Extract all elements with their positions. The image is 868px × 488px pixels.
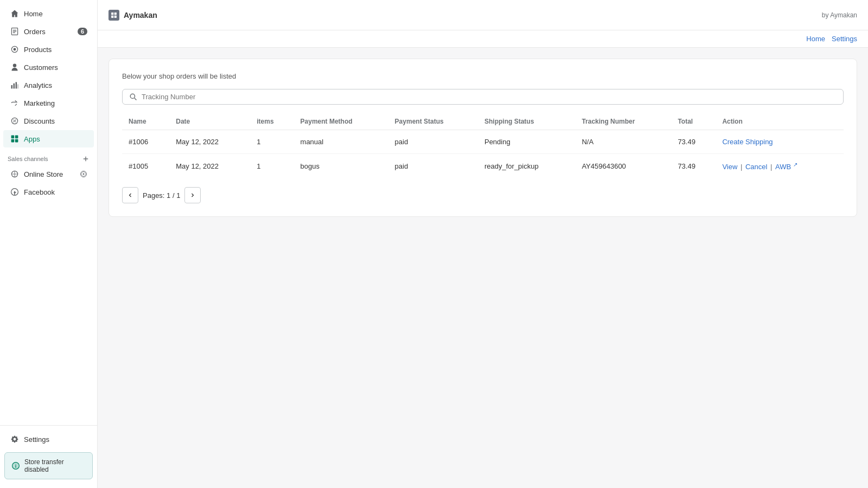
sidebar: Home Orders 6 Products Customers A: [0, 0, 98, 488]
sidebar-item-customers[interactable]: Customers: [3, 59, 94, 76]
brand: Aymakan: [108, 10, 157, 21]
awb-link[interactable]: AWB ↗: [775, 163, 797, 171]
cancel-link[interactable]: Cancel: [745, 163, 767, 171]
sales-channels-label: Sales channels: [8, 156, 48, 162]
orders-card: Below your shop orders will be listed Na…: [108, 59, 857, 217]
sidebar-item-label: Home: [24, 10, 87, 18]
svg-point-12: [14, 120, 15, 121]
next-page-button[interactable]: [184, 187, 201, 203]
col-action: Action: [716, 113, 844, 130]
table-row: #1006 May 12, 2022 1 manual paid Pending…: [122, 130, 844, 154]
order-action: Create Shipping: [716, 130, 844, 154]
svg-rect-14: [11, 136, 15, 139]
order-name: #1006: [122, 130, 169, 154]
order-payment-status: paid: [388, 130, 478, 154]
svg-rect-23: [111, 12, 113, 15]
sidebar-item-label: Settings: [24, 435, 87, 444]
prev-page-button[interactable]: [122, 187, 138, 203]
order-date: May 12, 2022: [169, 130, 250, 154]
order-name: #1005: [122, 154, 169, 179]
sidebar-item-settings[interactable]: Settings: [3, 431, 94, 448]
svg-rect-24: [114, 12, 117, 15]
svg-point-19: [83, 174, 85, 175]
svg-point-13: [15, 121, 16, 123]
svg-rect-25: [111, 15, 113, 17]
col-payment-status: Payment Status: [388, 113, 478, 130]
col-tracking-number: Tracking Number: [575, 113, 671, 130]
svg-rect-9: [18, 84, 18, 88]
order-payment-method: manual: [294, 130, 388, 154]
products-icon: [10, 44, 20, 54]
store-transfer-notice: Store transfer disabled: [4, 452, 93, 479]
action-separator: |: [770, 163, 774, 171]
sidebar-item-marketing[interactable]: Marketing: [3, 94, 94, 112]
orders-badge: 6: [78, 28, 87, 35]
order-payment-status: paid: [388, 154, 478, 179]
svg-rect-6: [11, 85, 12, 88]
orders-icon: [10, 27, 20, 36]
col-date: Date: [169, 113, 250, 130]
order-payment-method: bogus: [294, 154, 388, 179]
sidebar-item-analytics[interactable]: Analytics: [3, 76, 94, 94]
order-action: View | Cancel | AWB ↗: [716, 154, 844, 179]
view-link[interactable]: View: [722, 163, 737, 171]
col-name: Name: [122, 113, 169, 130]
table-row: #1005 May 12, 2022 1 bogus paid ready_fo…: [122, 154, 844, 179]
brand-icon: [108, 10, 119, 21]
store-transfer-label: Store transfer disabled: [24, 458, 86, 473]
svg-point-27: [130, 94, 135, 98]
facebook-icon: [10, 187, 20, 197]
sales-channels-section: Sales channels: [0, 151, 97, 165]
order-items: 1: [250, 154, 293, 179]
sidebar-nav: Home Orders 6 Products Customers A: [0, 0, 97, 425]
page-content: Below your shop orders will be listed Na…: [98, 48, 868, 488]
apps-icon: [10, 134, 20, 144]
orders-table: Name Date items Payment Method Payment S…: [122, 113, 844, 178]
sidebar-item-label: Online Store: [24, 170, 75, 178]
order-date: May 12, 2022: [169, 154, 250, 179]
svg-rect-17: [15, 139, 18, 143]
page-info: Pages: 1 / 1: [143, 191, 180, 200]
sidebar-item-online-store[interactable]: Online Store: [3, 165, 94, 183]
home-icon: [10, 9, 20, 18]
breadcrumb-settings[interactable]: Settings: [832, 35, 857, 43]
topbar: Aymakan by Aymakan: [98, 0, 868, 30]
svg-rect-26: [114, 15, 117, 17]
sidebar-item-products[interactable]: Products: [3, 41, 94, 58]
col-shipping-status: Shipping Status: [478, 113, 575, 130]
sidebar-item-label: Products: [24, 46, 87, 54]
order-tracking-number: N/A: [575, 130, 671, 154]
action-separator: |: [741, 163, 744, 171]
breadcrumb-bar: Home Settings: [98, 30, 868, 48]
add-sales-channel-icon[interactable]: [82, 155, 90, 163]
svg-point-5: [14, 48, 16, 51]
order-items: 1: [250, 130, 293, 154]
sidebar-item-apps[interactable]: Apps: [3, 130, 94, 147]
external-link-icon: ↗: [793, 162, 797, 168]
sidebar-item-facebook[interactable]: Facebook: [3, 183, 94, 201]
pagination: Pages: 1 / 1: [122, 187, 844, 203]
order-total: 73.49: [671, 154, 716, 179]
sidebar-item-label: Analytics: [24, 81, 87, 89]
sidebar-item-discounts[interactable]: Discounts: [3, 112, 94, 130]
svg-rect-15: [15, 136, 18, 139]
order-total: 73.49: [671, 130, 716, 154]
marketing-icon: [10, 98, 20, 108]
create-shipping-link[interactable]: Create Shipping: [722, 138, 773, 146]
col-items: items: [250, 113, 293, 130]
sidebar-item-label: Customers: [24, 63, 87, 72]
online-store-settings-icon[interactable]: [80, 170, 87, 178]
analytics-icon: [10, 80, 20, 90]
sidebar-item-label: Marketing: [24, 99, 87, 107]
col-payment-method: Payment Method: [294, 113, 388, 130]
info-icon: [11, 461, 20, 470]
discounts-icon: [10, 116, 20, 126]
breadcrumb-home[interactable]: Home: [806, 35, 825, 43]
sidebar-item-label: Orders: [24, 28, 73, 36]
sidebar-item-orders[interactable]: Orders 6: [3, 23, 94, 40]
sidebar-bottom: Settings Store transfer disabled: [0, 425, 97, 488]
svg-rect-8: [16, 82, 17, 88]
search-input[interactable]: [142, 93, 837, 101]
sidebar-item-home[interactable]: Home: [3, 5, 94, 22]
svg-rect-7: [14, 84, 15, 89]
